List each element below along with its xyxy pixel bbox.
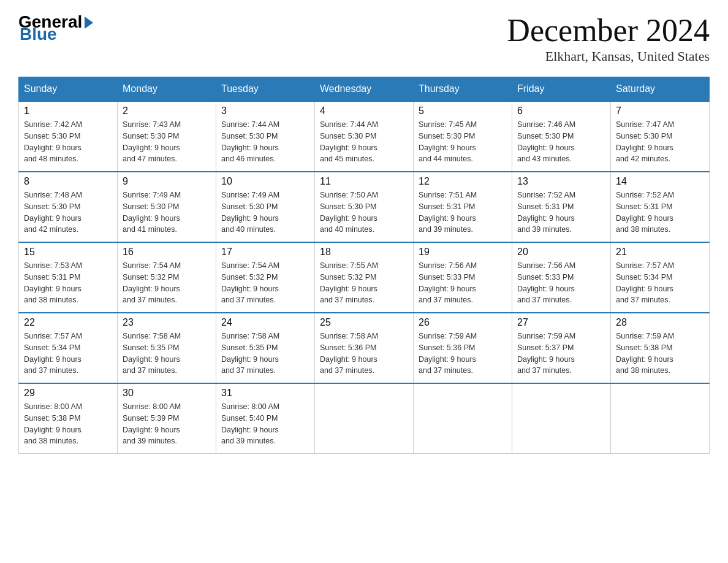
- week-row-4: 22 Sunrise: 7:57 AM Sunset: 5:34 PM Dayl…: [19, 313, 710, 383]
- calendar-cell: 16 Sunrise: 7:54 AM Sunset: 5:32 PM Dayl…: [118, 242, 216, 313]
- day-info: Sunrise: 7:59 AM Sunset: 5:37 PM Dayligh…: [517, 331, 605, 377]
- day-info: Sunrise: 7:44 AM Sunset: 5:30 PM Dayligh…: [221, 119, 309, 165]
- calendar-cell: [512, 383, 611, 454]
- day-info: Sunrise: 7:47 AM Sunset: 5:30 PM Dayligh…: [616, 119, 704, 165]
- calendar-cell: 4 Sunrise: 7:44 AM Sunset: 5:30 PM Dayli…: [315, 101, 414, 172]
- calendar-cell: 1 Sunrise: 7:42 AM Sunset: 5:30 PM Dayli…: [19, 101, 118, 172]
- day-number: 12: [419, 176, 507, 187]
- calendar-cell: 7 Sunrise: 7:47 AM Sunset: 5:30 PM Dayli…: [611, 101, 710, 172]
- header-friday: Friday: [512, 77, 611, 102]
- day-info: Sunrise: 8:00 AM Sunset: 5:40 PM Dayligh…: [221, 401, 309, 447]
- day-info: Sunrise: 7:52 AM Sunset: 5:31 PM Dayligh…: [517, 190, 605, 236]
- header-wednesday: Wednesday: [315, 77, 414, 102]
- day-number: 3: [221, 105, 309, 117]
- day-info: Sunrise: 7:43 AM Sunset: 5:30 PM Dayligh…: [123, 119, 211, 165]
- day-number: 14: [616, 176, 704, 187]
- day-info: Sunrise: 7:45 AM Sunset: 5:30 PM Dayligh…: [419, 119, 507, 165]
- page-header: General Blue December 2024 Elkhart, Kans…: [18, 12, 710, 64]
- day-info: Sunrise: 7:58 AM Sunset: 5:35 PM Dayligh…: [123, 331, 211, 377]
- calendar-cell: 6 Sunrise: 7:46 AM Sunset: 5:30 PM Dayli…: [512, 101, 611, 172]
- calendar-body: 1 Sunrise: 7:42 AM Sunset: 5:30 PM Dayli…: [19, 101, 710, 454]
- day-number: 1: [24, 105, 112, 117]
- day-info: Sunrise: 7:58 AM Sunset: 5:35 PM Dayligh…: [221, 331, 309, 377]
- day-number: 25: [320, 317, 408, 328]
- week-row-1: 1 Sunrise: 7:42 AM Sunset: 5:30 PM Dayli…: [19, 101, 710, 172]
- day-number: 31: [221, 388, 309, 399]
- calendar-cell: 29 Sunrise: 8:00 AM Sunset: 5:38 PM Dayl…: [19, 383, 118, 454]
- day-info: Sunrise: 7:53 AM Sunset: 5:31 PM Dayligh…: [24, 260, 112, 306]
- day-number: 23: [123, 317, 211, 328]
- day-number: 8: [24, 176, 112, 187]
- calendar-cell: 13 Sunrise: 7:52 AM Sunset: 5:31 PM Dayl…: [512, 172, 611, 242]
- day-info: Sunrise: 7:48 AM Sunset: 5:30 PM Dayligh…: [24, 190, 112, 236]
- calendar-header: SundayMondayTuesdayWednesdayThursdayFrid…: [19, 77, 710, 102]
- calendar-cell: 23 Sunrise: 7:58 AM Sunset: 5:35 PM Dayl…: [118, 313, 216, 383]
- day-info: Sunrise: 7:46 AM Sunset: 5:30 PM Dayligh…: [517, 119, 605, 165]
- day-info: Sunrise: 7:42 AM Sunset: 5:30 PM Dayligh…: [24, 119, 112, 165]
- day-info: Sunrise: 8:00 AM Sunset: 5:39 PM Dayligh…: [123, 401, 211, 447]
- day-number: 4: [320, 105, 408, 117]
- day-info: Sunrise: 7:59 AM Sunset: 5:38 PM Dayligh…: [616, 331, 704, 377]
- header-monday: Monday: [118, 77, 216, 102]
- header-sunday: Sunday: [19, 77, 118, 102]
- calendar-cell: 24 Sunrise: 7:58 AM Sunset: 5:35 PM Dayl…: [216, 313, 315, 383]
- day-number: 21: [616, 247, 704, 258]
- header-thursday: Thursday: [414, 77, 512, 102]
- calendar-cell: 28 Sunrise: 7:59 AM Sunset: 5:38 PM Dayl…: [611, 313, 710, 383]
- day-number: 29: [24, 388, 112, 399]
- day-number: 10: [221, 176, 309, 187]
- day-number: 13: [517, 176, 605, 187]
- calendar-cell: 12 Sunrise: 7:51 AM Sunset: 5:31 PM Dayl…: [414, 172, 512, 242]
- day-info: Sunrise: 7:56 AM Sunset: 5:33 PM Dayligh…: [517, 260, 605, 306]
- calendar-cell: 11 Sunrise: 7:50 AM Sunset: 5:30 PM Dayl…: [315, 172, 414, 242]
- day-number: 24: [221, 317, 309, 328]
- day-number: 15: [24, 247, 112, 258]
- header-tuesday: Tuesday: [216, 77, 315, 102]
- day-number: 26: [419, 317, 507, 328]
- day-info: Sunrise: 7:56 AM Sunset: 5:33 PM Dayligh…: [419, 260, 507, 306]
- calendar-table: SundayMondayTuesdayWednesdayThursdayFrid…: [18, 77, 710, 454]
- month-title: December 2024: [507, 12, 710, 48]
- day-number: 9: [123, 176, 211, 187]
- day-info: Sunrise: 7:58 AM Sunset: 5:36 PM Dayligh…: [320, 331, 408, 377]
- calendar-cell: 17 Sunrise: 7:54 AM Sunset: 5:32 PM Dayl…: [216, 242, 315, 313]
- calendar-cell: [315, 383, 414, 454]
- day-info: Sunrise: 7:52 AM Sunset: 5:31 PM Dayligh…: [616, 190, 704, 236]
- calendar-cell: 19 Sunrise: 7:56 AM Sunset: 5:33 PM Dayl…: [414, 242, 512, 313]
- logo-blue-text: Blue: [20, 25, 57, 44]
- calendar-cell: 5 Sunrise: 7:45 AM Sunset: 5:30 PM Dayli…: [414, 101, 512, 172]
- day-number: 27: [517, 317, 605, 328]
- day-info: Sunrise: 7:44 AM Sunset: 5:30 PM Dayligh…: [320, 119, 408, 165]
- calendar-cell: 15 Sunrise: 7:53 AM Sunset: 5:31 PM Dayl…: [19, 242, 118, 313]
- day-info: Sunrise: 7:55 AM Sunset: 5:32 PM Dayligh…: [320, 260, 408, 306]
- day-number: 20: [517, 247, 605, 258]
- week-row-2: 8 Sunrise: 7:48 AM Sunset: 5:30 PM Dayli…: [19, 172, 710, 242]
- calendar-cell: 18 Sunrise: 7:55 AM Sunset: 5:32 PM Dayl…: [315, 242, 414, 313]
- day-info: Sunrise: 7:50 AM Sunset: 5:30 PM Dayligh…: [320, 190, 408, 236]
- day-info: Sunrise: 7:49 AM Sunset: 5:30 PM Dayligh…: [221, 190, 309, 236]
- week-row-5: 29 Sunrise: 8:00 AM Sunset: 5:38 PM Dayl…: [19, 383, 710, 454]
- day-number: 30: [123, 388, 211, 399]
- calendar-cell: 25 Sunrise: 7:58 AM Sunset: 5:36 PM Dayl…: [315, 313, 414, 383]
- calendar-cell: 31 Sunrise: 8:00 AM Sunset: 5:40 PM Dayl…: [216, 383, 315, 454]
- day-number: 2: [123, 105, 211, 117]
- calendar-cell: 21 Sunrise: 7:57 AM Sunset: 5:34 PM Dayl…: [611, 242, 710, 313]
- calendar-cell: 26 Sunrise: 7:59 AM Sunset: 5:36 PM Dayl…: [414, 313, 512, 383]
- calendar-cell: 10 Sunrise: 7:49 AM Sunset: 5:30 PM Dayl…: [216, 172, 315, 242]
- day-number: 7: [616, 105, 704, 117]
- day-number: 19: [419, 247, 507, 258]
- calendar-cell: 22 Sunrise: 7:57 AM Sunset: 5:34 PM Dayl…: [19, 313, 118, 383]
- week-row-3: 15 Sunrise: 7:53 AM Sunset: 5:31 PM Dayl…: [19, 242, 710, 313]
- calendar-cell: 3 Sunrise: 7:44 AM Sunset: 5:30 PM Dayli…: [216, 101, 315, 172]
- calendar-cell: 9 Sunrise: 7:49 AM Sunset: 5:30 PM Dayli…: [118, 172, 216, 242]
- location-subtitle: Elkhart, Kansas, United States: [507, 48, 710, 64]
- day-info: Sunrise: 7:57 AM Sunset: 5:34 PM Dayligh…: [24, 331, 112, 377]
- title-section: December 2024 Elkhart, Kansas, United St…: [507, 12, 710, 64]
- day-number: 17: [221, 247, 309, 258]
- day-info: Sunrise: 8:00 AM Sunset: 5:38 PM Dayligh…: [24, 401, 112, 447]
- day-info: Sunrise: 7:57 AM Sunset: 5:34 PM Dayligh…: [616, 260, 704, 306]
- calendar-cell: 8 Sunrise: 7:48 AM Sunset: 5:30 PM Dayli…: [19, 172, 118, 242]
- day-number: 11: [320, 176, 408, 187]
- calendar-cell: [611, 383, 710, 454]
- calendar-cell: 27 Sunrise: 7:59 AM Sunset: 5:37 PM Dayl…: [512, 313, 611, 383]
